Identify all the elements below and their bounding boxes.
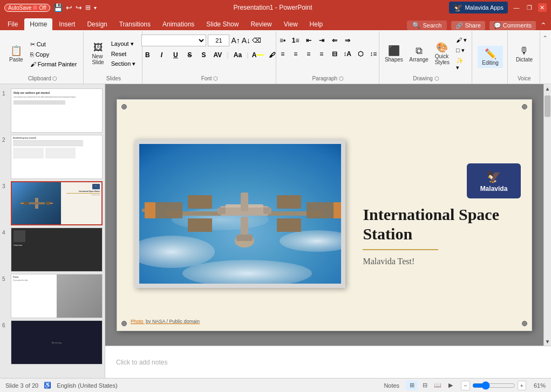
scroll-down-button[interactable]: ▼ [544, 337, 551, 346]
redo-icon[interactable]: ↪ [76, 3, 82, 12]
strikethrough-button[interactable]: S [183, 49, 195, 61]
paste-button[interactable]: 📋 Paste [6, 44, 26, 64]
tab-animations[interactable]: Animations [157, 18, 200, 30]
reading-view-button[interactable]: 📖 [432, 381, 444, 390]
numbering-button[interactable]: 1≡ [290, 35, 302, 46]
minimize-button[interactable]: — [512, 3, 521, 12]
slide-sorter-button[interactable]: ⊟ [419, 381, 431, 390]
accessibility-icon[interactable]: ♿ [44, 382, 51, 389]
slide-title[interactable]: International Space Station [363, 205, 521, 244]
tab-design[interactable]: Design [81, 18, 112, 30]
svg-rect-26 [241, 217, 248, 236]
notes-area[interactable]: Click to add notes [105, 346, 551, 378]
arrange-button[interactable]: ⧉ Arrange [407, 44, 431, 64]
columns-button[interactable]: ⊟ [329, 48, 341, 60]
bullets-button[interactable]: ≡• [277, 35, 289, 46]
text-direction-button[interactable]: ↕A [342, 48, 353, 60]
smart-art-button[interactable]: ⬡ [355, 48, 366, 60]
share-button[interactable]: 🔗 Share [451, 21, 485, 30]
ltr-button[interactable]: ⇒ [342, 35, 353, 46]
rtl-button[interactable]: ⇐ [329, 35, 341, 46]
tab-review[interactable]: Review [245, 18, 277, 30]
font-family-select[interactable] [141, 35, 206, 46]
scroll-up-button[interactable]: ▲ [544, 84, 551, 93]
notes-button[interactable]: Notes [382, 382, 402, 389]
increase-indent-button[interactable]: ⇥ [316, 35, 328, 46]
slide-6-thumbnail[interactable]: Monitoring [11, 320, 103, 365]
tab-slideshow[interactable]: Slide Show [201, 18, 244, 30]
shape-effects-button[interactable]: ✨ ▾ [454, 56, 470, 72]
slide-6-container: 6 Monitoring [2, 320, 103, 365]
clear-format-button[interactable]: ⌫ [252, 37, 261, 44]
font-color-button[interactable]: A [252, 49, 264, 61]
align-center-button[interactable]: ≡ [290, 48, 302, 60]
zoom-out-button[interactable]: − [461, 381, 470, 390]
decrease-indent-button[interactable]: ⇤ [303, 35, 315, 46]
comments-button[interactable]: 💬 Comments [489, 21, 536, 30]
slide-1-thumbnail[interactable]: Help our authors get started Lorem ipsum… [11, 88, 103, 133]
slideshow-button[interactable]: ▶ [445, 381, 457, 390]
tab-help[interactable]: Help [304, 18, 329, 30]
slide-3-thumbnail[interactable]: 🦅 International Space Station Malavida T… [11, 181, 103, 225]
tab-home[interactable]: Home [24, 18, 52, 30]
restore-button[interactable]: ❐ [525, 3, 534, 12]
slide-canvas[interactable]: 🦅 Malavida International Space Station M… [105, 84, 543, 346]
new-slide-button[interactable]: 🖼 NewSlide [89, 41, 106, 67]
autosave-toggle[interactable]: AutoSave Off [4, 4, 50, 12]
align-right-button[interactable]: ≡ [303, 48, 315, 60]
zoom-slider[interactable] [472, 382, 515, 389]
customize-icon[interactable]: ⊞ [85, 4, 91, 11]
shape-fill-button[interactable]: 🖌 ▾ [454, 36, 470, 45]
format-painter-button[interactable]: 🖌 Format Painter [28, 60, 79, 68]
malavida-apps-label: Malavida Apps [465, 4, 504, 11]
copy-button[interactable]: ⎘ Copy [28, 50, 79, 59]
shape-outline-button[interactable]: □ ▾ [454, 46, 470, 55]
undo-icon[interactable]: ↩ [66, 3, 72, 12]
quick-styles-button[interactable]: 🎨 QuickStyles [433, 41, 452, 67]
collapse-ribbon-icon[interactable]: ⌃ [540, 21, 547, 30]
slide-subtitle[interactable]: Malavida Test! [363, 257, 414, 266]
normal-view-button[interactable]: ⊞ [406, 381, 418, 390]
ribbon-toolbar: 📋 Paste ✂ Cut ⎘ Copy 🖌 Format Painter Cl… [0, 30, 551, 84]
scroll-thumb[interactable] [545, 95, 550, 117]
dictate-button[interactable]: 🎙 Dictate [513, 44, 535, 64]
zoom-in-button[interactable]: + [518, 381, 526, 390]
highlight-button[interactable]: 🖌 [266, 49, 278, 61]
underline-button[interactable]: U [169, 49, 181, 61]
bold-button[interactable]: B [141, 49, 153, 61]
ribbon-group-clipboard: 📋 Paste ✂ Cut ⎘ Copy 🖌 Format Painter Cl… [2, 31, 84, 84]
shapes-button[interactable]: ⬛ Shapes [383, 44, 405, 64]
editing-button[interactable]: ✏️ Editing [478, 46, 503, 68]
justify-button[interactable]: ≡ [316, 48, 328, 60]
line-spacing-button[interactable]: ↕≡ [368, 48, 379, 60]
cut-button[interactable]: ✂ Cut [28, 40, 79, 49]
save-icon[interactable]: 💾 [53, 3, 63, 12]
slide-2-thumbnail[interactable]: Establishing key research [11, 135, 103, 179]
font-size-increase-icon[interactable]: A↑ [231, 36, 240, 45]
tab-transitions[interactable]: Transitions [114, 18, 156, 30]
align-left-button[interactable]: ≡ [277, 48, 289, 60]
close-button[interactable]: ✕ [538, 3, 547, 12]
layout-button[interactable]: Layout ▾ [109, 39, 138, 49]
text-case-button[interactable]: Aa [232, 49, 244, 61]
slide-caption: Photo by NASA / Public domain [131, 319, 200, 324]
shadow-button[interactable]: S [198, 49, 209, 61]
slide-4-thumbnail[interactable]: Cameras [11, 228, 103, 272]
tab-file[interactable]: File [2, 18, 23, 30]
section-button[interactable]: Section ▾ [109, 59, 138, 68]
collapse-ribbon-button[interactable]: ⌃ [541, 33, 549, 43]
italic-button[interactable]: I [155, 49, 167, 61]
char-spacing-button[interactable]: AV [212, 49, 223, 61]
slide-5-thumbnail[interactable]: Frame Text content for slide [11, 274, 103, 318]
svg-point-9 [182, 260, 312, 287]
font-size-input[interactable] [208, 35, 229, 46]
dropdown-icon[interactable]: ▾ [94, 5, 97, 11]
zoom-level[interactable]: 61% [528, 382, 546, 389]
font-size-decrease-icon[interactable]: A↓ [242, 36, 250, 45]
language-info[interactable]: English (United States) [57, 382, 118, 389]
tab-view[interactable]: View [278, 18, 303, 30]
search-box[interactable]: 🔍 Search [407, 20, 447, 30]
tab-insert[interactable]: Insert [53, 18, 80, 30]
reset-button[interactable]: Reset [109, 50, 138, 58]
caption-link[interactable]: Photo [131, 319, 144, 324]
